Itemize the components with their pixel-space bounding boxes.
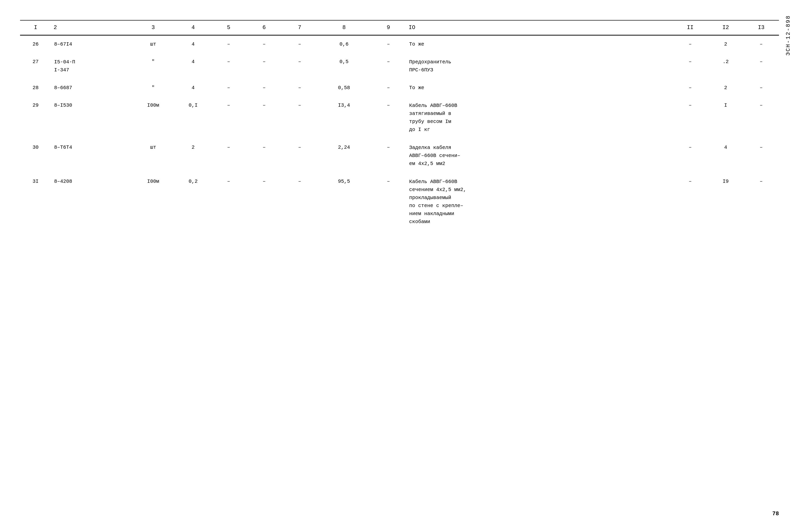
cell-row27-col10: Предохранитель ПРС-6ПУЗ [406, 53, 672, 79]
cell-row31-col2: 8–4208 [51, 173, 131, 231]
header-col-1: I [20, 20, 51, 35]
cell-row31-col13: – [743, 173, 779, 231]
cell-row29-col9: – [370, 97, 406, 139]
cell-row28-col6: – [246, 79, 282, 97]
cell-row30-col1: 30 [20, 139, 51, 173]
cell-row29-col13: – [743, 97, 779, 139]
cell-row30-col9: – [370, 139, 406, 173]
header-col-4: 4 [175, 20, 211, 35]
cell-row28-col8: 0,58 [317, 79, 371, 97]
cell-row26-col5: – [211, 35, 247, 53]
cell-row26-col1: 26 [20, 35, 51, 53]
cell-row31-col7: – [282, 173, 317, 231]
table-row: 29 8–I530 I00м 0,I – – – I3,4 – Кабель А… [20, 97, 779, 139]
cell-row29-col10: Кабель АВВГ–660В затягиваемый в трубу ве… [406, 97, 672, 139]
document-number: ЭСН-12-898 [785, 15, 792, 56]
cell-row29-col1: 29 [20, 97, 51, 139]
header-col-12: I2 [708, 20, 744, 35]
cell-row27-col4: 4 [175, 53, 211, 79]
cell-row30-col12: 4 [708, 139, 744, 173]
header-col-5: 5 [211, 20, 247, 35]
cell-row30-col11: – [672, 139, 708, 173]
cell-row27-col13: – [743, 53, 779, 79]
cell-row30-col10: Заделка кабеля АВВГ–660В сечени– ем 4x2,… [406, 139, 672, 173]
main-table: I 2 3 4 5 6 7 8 9 IO II I2 I3 26 8–67I4 … [20, 20, 779, 231]
table-row: 28 8–6687 " 4 – – – 0,58 – То же – 2 – [20, 79, 779, 97]
cell-row26-col13: – [743, 35, 779, 53]
cell-row31-col10: Кабель АВВГ–660В сечением 4x2,5 мм2, про… [406, 173, 672, 231]
cell-row28-col10: То же [406, 79, 672, 97]
cell-row29-col12: I [708, 97, 744, 139]
cell-row26-col3: шт [131, 35, 175, 53]
cell-row29-col2: 8–I530 [51, 97, 131, 139]
cell-row31-col1: 3I [20, 173, 51, 231]
cell-row29-col11: – [672, 97, 708, 139]
cell-row27-col7: – [282, 53, 317, 79]
table-row: 26 8–67I4 шт 4 – – – 0,6 – То же – 2 – [20, 35, 779, 53]
cell-row27-col1: 27 [20, 53, 51, 79]
cell-row28-col9: – [370, 79, 406, 97]
cell-row28-col5: – [211, 79, 247, 97]
cell-row28-col11: – [672, 79, 708, 97]
header-col-10: IO [406, 20, 672, 35]
cell-row26-col12: 2 [708, 35, 744, 53]
table-row: 30 8–T6T4 шт 2 – – – 2,24 – Заделка кабе… [20, 139, 779, 173]
header-col-11: II [672, 20, 708, 35]
cell-row31-col6: – [246, 173, 282, 231]
cell-row29-col8: I3,4 [317, 97, 371, 139]
cell-row29-col7: – [282, 97, 317, 139]
cell-row29-col5: – [211, 97, 247, 139]
header-col-6: 6 [246, 20, 282, 35]
table-row: 27 I5-04-П I-347 " 4 – – – 0,5 – Предохр… [20, 53, 779, 79]
cell-row26-col9: – [370, 35, 406, 53]
header-col-9: 9 [370, 20, 406, 35]
cell-row28-col13: – [743, 79, 779, 97]
cell-row30-col3: шт [131, 139, 175, 173]
cell-row29-col6: – [246, 97, 282, 139]
cell-row28-col7: – [282, 79, 317, 97]
cell-row31-col8: 95,5 [317, 173, 371, 231]
cell-row27-col3: " [131, 53, 175, 79]
cell-row29-col4: 0,I [175, 97, 211, 139]
cell-row28-col12: 2 [708, 79, 744, 97]
cell-row31-col4: 0,2 [175, 173, 211, 231]
cell-row30-col13: – [743, 139, 779, 173]
header-col-3: 3 [131, 20, 175, 35]
cell-row30-col2: 8–T6T4 [51, 139, 131, 173]
page-number: 78 [773, 511, 779, 517]
cell-row28-col4: 4 [175, 79, 211, 97]
cell-row27-col12: .2 [708, 53, 744, 79]
cell-row28-col3: " [131, 79, 175, 97]
cell-row27-col6: – [246, 53, 282, 79]
cell-row30-col7: – [282, 139, 317, 173]
cell-row30-col5: – [211, 139, 247, 173]
cell-row27-col2: I5-04-П I-347 [51, 53, 131, 79]
cell-row29-col3: I00м [131, 97, 175, 139]
cell-row26-col8: 0,6 [317, 35, 371, 53]
cell-row26-col4: 4 [175, 35, 211, 53]
header-col-13: I3 [743, 20, 779, 35]
cell-row27-col5: – [211, 53, 247, 79]
cell-row31-col12: I9 [708, 173, 744, 231]
table-row: 3I 8–4208 I00м 0,2 – – – 95,5 – Кабель А… [20, 173, 779, 231]
cell-row28-col1: 28 [20, 79, 51, 97]
cell-row31-col5: – [211, 173, 247, 231]
header-col-2: 2 [51, 20, 131, 35]
cell-row26-col10: То же [406, 35, 672, 53]
cell-row27-col8: 0,5 [317, 53, 371, 79]
cell-row31-col3: I00м [131, 173, 175, 231]
cell-row27-col11: – [672, 53, 708, 79]
cell-row26-col7: – [282, 35, 317, 53]
cell-row26-col6: – [246, 35, 282, 53]
cell-row30-col6: – [246, 139, 282, 173]
cell-row28-col2: 8–6687 [51, 79, 131, 97]
cell-row27-col9: – [370, 53, 406, 79]
cell-row31-col11: – [672, 173, 708, 231]
cell-row26-col11: – [672, 35, 708, 53]
header-row: I 2 3 4 5 6 7 8 9 IO II I2 I3 [20, 20, 779, 35]
cell-row30-col8: 2,24 [317, 139, 371, 173]
header-col-8: 8 [317, 20, 371, 35]
cell-row26-col2: 8–67I4 [51, 35, 131, 53]
cell-row31-col9: – [370, 173, 406, 231]
cell-row30-col4: 2 [175, 139, 211, 173]
